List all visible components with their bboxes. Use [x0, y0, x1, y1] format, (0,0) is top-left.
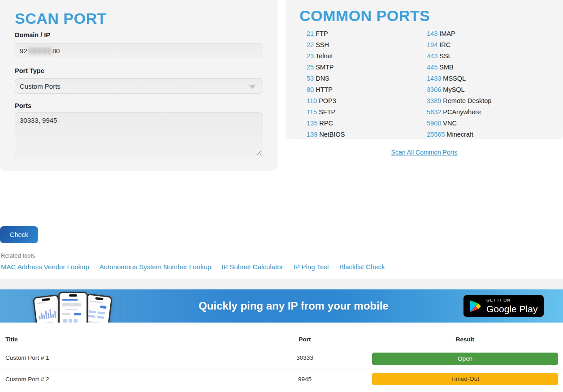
chevron-down-icon	[249, 85, 256, 89]
ports-value: 30333, 9945	[20, 116, 57, 124]
port-item: 5900 VNC	[427, 118, 491, 129]
port-item: 23 Telnet	[307, 51, 345, 62]
row-port: 30333	[269, 354, 341, 361]
domain-ip-label: Domain / IP	[15, 31, 50, 39]
link-ip-subnet-calculator[interactable]: IP Subnet Calculator	[221, 263, 283, 271]
related-tools-links: MAC Address Vendor Lookup Autonomous Sys…	[1, 263, 385, 271]
scan-all-common-ports-link[interactable]: Scan All Common Ports	[391, 149, 458, 156]
table-header-title: Title	[5, 336, 18, 343]
port-item: 5632 PCAnywhere	[427, 107, 491, 118]
port-item: 443 SSL	[427, 51, 491, 62]
google-play-wordmark: Google Play	[486, 304, 537, 314]
ports-label: Ports	[15, 102, 31, 109]
port-item: 1433 MSSQL	[427, 73, 491, 84]
row-port: 9945	[269, 376, 341, 383]
banner-headline: Quickly ping any IP from your mobile	[199, 300, 389, 312]
mobile-app-banner: Quickly ping any IP from your mobile GET…	[0, 289, 563, 323]
port-item: 25 SMTP	[307, 62, 345, 73]
row-title: Custom Port # 2	[5, 376, 49, 383]
google-play-get-it-on: GET IT ON	[486, 298, 537, 302]
google-play-badge[interactable]: GET IT ON Google Play	[463, 295, 544, 317]
port-item: 135 RPC	[307, 118, 345, 129]
port-item: 445 SMB	[427, 62, 491, 73]
common-ports-column-left: 21 FTP 22 SSH 23 Telnet 25 SMTP 53 DNS 8…	[307, 28, 345, 140]
resize-handle[interactable]	[256, 150, 261, 155]
phone-center	[58, 292, 88, 323]
domain-value-suffix: 80	[52, 47, 60, 55]
check-button[interactable]: Check	[0, 226, 38, 243]
google-play-icon	[469, 300, 481, 313]
port-item: 80 HTTP	[307, 84, 345, 95]
port-item: 3306 MySQL	[427, 84, 491, 95]
status-badge-timed-out: Timed-Out	[372, 373, 558, 385]
link-ip-ping-test[interactable]: IP Ping Test	[293, 263, 329, 271]
row-divider	[0, 370, 563, 370]
common-ports-column-right: 143 IMAP 194 IRC 443 SSL 445 SMB 1433 MS…	[427, 28, 491, 140]
port-item: 115 SFTP	[307, 107, 345, 118]
link-mac-address-vendor-lookup[interactable]: MAC Address Vendor Lookup	[1, 263, 89, 271]
domain-input[interactable]: 92 80	[15, 43, 263, 58]
port-type-selected-value: Custom Ports	[20, 82, 61, 90]
port-item: 3389 Remote Desktop	[427, 95, 491, 107]
port-item: 194 IRC	[427, 39, 491, 51]
port-type-select[interactable]: Custom Ports	[15, 78, 263, 94]
phones-illustration	[32, 290, 122, 323]
port-item: 22 SSH	[307, 39, 345, 51]
section-divider-strip	[0, 279, 563, 289]
table-header-port: Port	[269, 336, 341, 343]
common-ports-panel: COMMON PORTS 21 FTP 22 SSH 23 Telnet 25 …	[286, 0, 563, 139]
port-item: 110 POP3	[307, 95, 345, 107]
port-item: 143 IMAP	[427, 28, 491, 39]
status-badge-open: Open	[372, 353, 558, 365]
scan-port-title: SCAN PORT	[15, 10, 107, 27]
common-ports-title: COMMON PORTS	[299, 7, 430, 25]
redacted-ip-blur	[29, 47, 51, 54]
table-header-result: Result	[372, 336, 558, 343]
related-tools-label: Related tools	[1, 252, 35, 259]
ports-textarea[interactable]: 30333, 9945	[15, 112, 263, 157]
port-item: 53 DNS	[307, 73, 345, 84]
row-title: Custom Port # 1	[5, 354, 49, 361]
link-blacklist-check[interactable]: Blacklist Check	[339, 263, 385, 271]
domain-value-prefix: 92	[20, 47, 27, 55]
port-type-label: Port Type	[15, 67, 44, 74]
port-item: 25565 Minecraft	[427, 129, 491, 140]
port-item: 21 FTP	[307, 28, 345, 39]
port-item: 139 NetBIOS	[307, 129, 345, 140]
link-asn-lookup[interactable]: Autonomous System Number Lookup	[100, 263, 211, 271]
